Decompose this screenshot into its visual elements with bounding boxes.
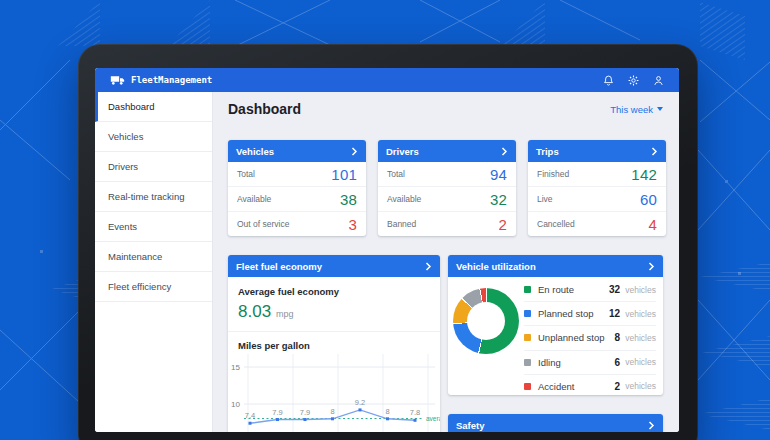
stat-row: Available32 [378, 186, 516, 211]
stat-value: 38 [340, 191, 357, 208]
legend-unit: vehicles [620, 333, 656, 343]
legend-label: Idling [538, 357, 561, 368]
chevron-right-icon [648, 421, 655, 430]
svg-text:8: 8 [385, 407, 389, 416]
legend-label: Unplanned stop [538, 332, 605, 343]
legend-row-planned-stop: Planned stop 12 vehicles [524, 302, 656, 326]
stat-row: Total101 [228, 162, 366, 186]
svg-text:average: average [426, 415, 440, 423]
svg-text:7.9: 7.9 [272, 408, 282, 417]
legend-label: En route [538, 284, 574, 295]
average-fuel-economy-unit: mpg [276, 309, 294, 319]
stat-label: Total [237, 169, 255, 179]
sidebar-item-label: Fleet efficiency [108, 281, 171, 292]
utilization-donut [453, 288, 519, 354]
legend-row-idling: Idling 6 vehicles [524, 351, 656, 375]
sidebar-item-label: Dashboard [108, 101, 154, 112]
sidebar-item-label: Vehicles [108, 131, 143, 142]
sidebar-item-drivers[interactable]: Drivers [95, 152, 212, 182]
brand-name: FleetManagement [131, 75, 212, 85]
card-title: Vehicles [236, 146, 274, 157]
average-fuel-economy-label: Average fuel economy [238, 286, 430, 297]
utilization-legend: En route 32 vehicles Planned stop 12 veh… [524, 278, 656, 398]
stat-label: Finished [537, 169, 569, 179]
vehicles-card: Vehicles Total101 Available38 Out of ser… [228, 140, 366, 236]
legend-row-accident: Accident 2 vehicles [524, 375, 656, 398]
legend-swatch [524, 359, 531, 366]
sidebar-item-vehicles[interactable]: Vehicles [95, 122, 212, 152]
stat-label: Out of service [237, 219, 289, 229]
chevron-right-icon [425, 262, 432, 271]
fuel-chart: 1510average7.47.97.989.287.8 [228, 354, 440, 432]
stat-value: 142 [631, 166, 657, 183]
stat-value: 101 [331, 166, 357, 183]
legend-label: Planned stop [538, 308, 593, 319]
stat-label: Total [387, 169, 405, 179]
sidebar-item-label: Drivers [108, 161, 138, 172]
legend-row-en-route: En route 32 vehicles [524, 278, 656, 302]
sidebar-item-real-time-tracking[interactable]: Real-time tracking [95, 182, 212, 212]
vehicle-utilization-card: Vehicle utilization En route 32 vehicles [448, 255, 663, 395]
drivers-card: Drivers Total94 Available32 Banned2 [378, 140, 516, 236]
chevron-down-icon [657, 107, 663, 111]
stat-label: Available [237, 194, 271, 204]
app-logo: FleetManagement [110, 75, 212, 85]
stat-row: Total94 [378, 162, 516, 186]
legend-swatch [524, 310, 531, 317]
settings-button[interactable] [627, 74, 639, 86]
svg-text:10: 10 [231, 400, 240, 409]
average-fuel-economy-value: 8.03 [238, 302, 271, 322]
stat-label: Banned [387, 219, 416, 229]
legend-row-unplanned-stop: Unplanned stop 8 vehicles [524, 326, 656, 350]
sidebar-item-events[interactable]: Events [95, 212, 212, 242]
legend-swatch [524, 334, 531, 341]
stat-row: Available38 [228, 186, 366, 211]
legend-swatch [524, 286, 531, 293]
page-title: Dashboard [228, 101, 301, 117]
chevron-right-icon [651, 147, 658, 156]
trips-card: Trips Finished142 Live60 Cancelled4 [528, 140, 666, 236]
trips-card-header[interactable]: Trips [528, 140, 666, 162]
legend-count: 32 [609, 284, 620, 295]
svg-text:7.8: 7.8 [410, 408, 420, 417]
user-icon [653, 75, 664, 86]
stat-label: Available [387, 194, 421, 204]
notifications-button[interactable] [602, 74, 614, 86]
legend-unit: vehicles [620, 381, 656, 391]
period-selector[interactable]: This week [610, 104, 663, 115]
legend-swatch [524, 383, 531, 390]
sidebar-item-maintenance[interactable]: Maintenance [95, 242, 212, 272]
stat-value: 2 [498, 216, 507, 233]
stat-row: Cancelled4 [528, 211, 666, 236]
vehicles-card-header[interactable]: Vehicles [228, 140, 366, 162]
utilization-card-header[interactable]: Vehicle utilization [448, 255, 663, 277]
sidebar-item-fleet-efficiency[interactable]: Fleet efficiency [95, 272, 212, 302]
truck-icon [110, 75, 125, 85]
card-title: Fleet fuel economy [236, 261, 322, 272]
legend-label: Accident [538, 381, 574, 392]
sidebar: Dashboard Vehicles Drivers Real-time tra… [95, 92, 213, 432]
chevron-right-icon [648, 262, 655, 271]
svg-text:8: 8 [330, 407, 334, 416]
page-header: Dashboard This week [228, 101, 663, 117]
stat-row: Live60 [528, 186, 666, 211]
stat-row: Finished142 [528, 162, 666, 186]
main-content: Dashboard This week Vehicles Total101 Av… [213, 92, 679, 432]
gear-icon [628, 75, 639, 86]
svg-text:9.2: 9.2 [355, 398, 365, 407]
safety-card-header[interactable]: Safety [448, 414, 663, 432]
svg-text:7.9: 7.9 [300, 408, 310, 417]
sidebar-item-label: Maintenance [108, 251, 162, 262]
card-title: Vehicle utilization [456, 261, 536, 272]
donut-hole [467, 302, 505, 340]
stat-value: 4 [648, 216, 657, 233]
account-button[interactable] [652, 74, 664, 86]
sidebar-item-dashboard[interactable]: Dashboard [95, 92, 212, 122]
stat-label: Cancelled [537, 219, 575, 229]
fuel-card-header[interactable]: Fleet fuel economy [228, 255, 440, 277]
sidebar-item-label: Real-time tracking [108, 191, 185, 202]
legend-unit: vehicles [620, 309, 656, 319]
stat-value: 60 [640, 191, 657, 208]
stat-value: 32 [490, 191, 507, 208]
drivers-card-header[interactable]: Drivers [378, 140, 516, 162]
